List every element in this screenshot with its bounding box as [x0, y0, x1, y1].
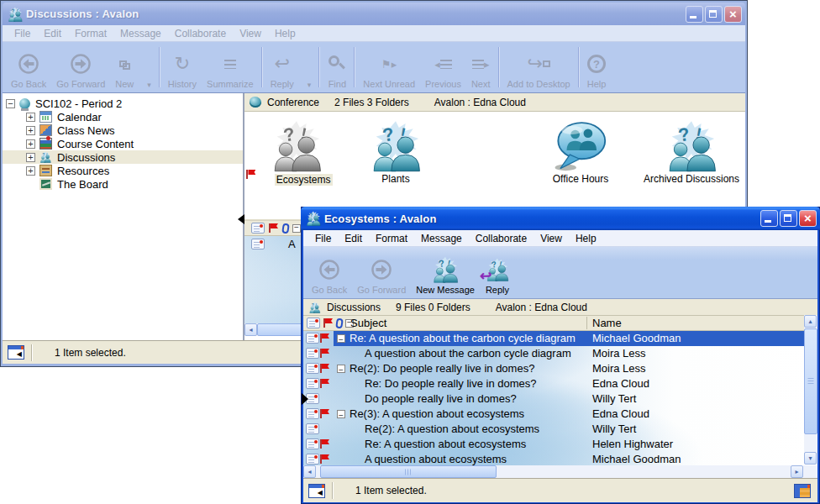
flag-arrow-icon: ⚑▸: [381, 58, 397, 71]
history-button[interactable]: ↻ History: [163, 44, 202, 91]
menu-collaborate[interactable]: Collaborate: [168, 27, 233, 40]
menu-file[interactable]: File: [308, 232, 338, 245]
scroll-up-button[interactable]: ▴: [804, 315, 817, 328]
conference-office-hours[interactable]: Office Hours: [534, 120, 627, 185]
splitter-collapse-arrow[interactable]: [302, 393, 308, 405]
tree-item-resources[interactable]: Resources: [3, 164, 243, 177]
tree-item-class-news[interactable]: Class News: [3, 123, 243, 137]
summarize-button[interactable]: Summarize: [202, 44, 259, 91]
go-forward-button[interactable]: Go Forward: [51, 44, 110, 91]
help-button[interactable]: ? Help: [582, 44, 612, 91]
scrollbar-thumb[interactable]: [804, 328, 817, 434]
minimize-button[interactable]: [760, 210, 778, 227]
scroll-left-button[interactable]: ◂: [244, 323, 257, 336]
tree-item-calendar[interactable]: Calendar: [3, 110, 243, 123]
message-row[interactable]: A question about ecosystems Michael Good…: [303, 452, 817, 465]
maximize-button[interactable]: [780, 210, 797, 227]
expand-toggle[interactable]: [26, 126, 35, 135]
panel-toggle-icon[interactable]: [308, 484, 325, 498]
menu-edit[interactable]: Edit: [37, 27, 68, 40]
close-button[interactable]: [799, 210, 817, 227]
message-row[interactable]: Do people really live in domes? Willy Te…: [303, 391, 817, 407]
expand-toggle[interactable]: [26, 113, 35, 122]
subject-column-label[interactable]: Subject: [350, 317, 386, 329]
collapse-toggle[interactable]: [337, 334, 345, 343]
menu-message[interactable]: Message: [414, 232, 469, 245]
menu-format[interactable]: Format: [369, 232, 414, 245]
conference-plants[interactable]: Plants: [350, 120, 442, 185]
menu-message[interactable]: Message: [113, 27, 168, 40]
conference-header: Conference 2 Files 3 Folders Avalon : Ed…: [244, 93, 745, 112]
expand-toggle[interactable]: [26, 139, 35, 149]
conference-icon-view: Ecosystems Plants Office Hours Archived …: [244, 112, 745, 213]
message-row[interactable]: A question about the carbon cycle diagra…: [303, 346, 817, 361]
collapse-toggle[interactable]: [6, 99, 15, 108]
expand-toggle[interactable]: [26, 153, 35, 162]
conference-ecosystems[interactable]: Ecosystems: [255, 120, 339, 186]
menu-view[interactable]: View: [534, 232, 569, 245]
new-message-button[interactable]: New Message: [411, 249, 480, 297]
message-row[interactable]: Re(2): Do people really live in domes? M…: [303, 361, 817, 376]
menu-view[interactable]: View: [233, 27, 268, 40]
previous-button[interactable]: ◂ Previous: [420, 44, 466, 91]
new-dropdown[interactable]: ▾: [139, 44, 156, 91]
tree-root[interactable]: SCI102 - Period 2: [3, 97, 243, 110]
resources-icon: [39, 165, 52, 176]
chevron-down-icon: ▾: [147, 81, 151, 89]
message-row[interactable]: Re: A question about ecosystems Helen Hi…: [303, 437, 817, 452]
menu-collaborate[interactable]: Collaborate: [469, 232, 534, 245]
find-button[interactable]: Find: [323, 44, 351, 91]
go-back-button[interactable]: Go Back: [6, 44, 51, 91]
scroll-down-button[interactable]: ▾: [804, 452, 817, 465]
minimize-button[interactable]: [686, 6, 703, 23]
name-column-label[interactable]: Name: [592, 317, 622, 329]
vertical-scrollbar[interactable]: ▴ ▾: [804, 315, 817, 465]
collapse-toggle[interactable]: [337, 365, 345, 373]
reply-button[interactable]: ↩ Reply: [480, 249, 515, 297]
add-to-desktop-button[interactable]: ↪ Add to Desktop: [502, 44, 576, 91]
tree-item-discussions[interactable]: Discussions: [3, 150, 243, 164]
reply-button[interactable]: ↩ Reply: [265, 44, 299, 91]
discussions-icon: [39, 151, 52, 163]
menu-help[interactable]: Help: [268, 27, 302, 40]
tree-item-course-content[interactable]: Course Content: [3, 137, 243, 150]
go-back-button[interactable]: Go Back: [307, 249, 352, 297]
titlebar[interactable]: Ecosystems : Avalon: [301, 207, 820, 230]
scroll-left-button[interactable]: ◂: [303, 465, 316, 478]
view-toggle-icon[interactable]: [794, 484, 811, 498]
reply-dropdown[interactable]: ▾: [299, 44, 317, 91]
close-button[interactable]: [724, 6, 742, 23]
titlebar[interactable]: Discussions : Avalon: [3, 3, 745, 25]
splitter-collapse-arrow[interactable]: [238, 214, 244, 224]
maximize-button[interactable]: [705, 6, 723, 23]
tree-item-the-board[interactable]: The Board: [3, 177, 243, 191]
collapse-all-icon[interactable]: [292, 224, 301, 233]
horizontal-scrollbar[interactable]: ◂ ▸: [303, 465, 817, 478]
go-forward-button[interactable]: Go Forward: [352, 249, 411, 297]
window-title: Ecosystems : Avalon: [324, 213, 760, 225]
column-divider[interactable]: [586, 317, 587, 329]
panel-toggle-icon[interactable]: [8, 345, 24, 360]
message-row[interactable]: Re: Do people really live in domes? Edna…: [303, 376, 817, 391]
expand-toggle[interactable]: [26, 166, 35, 176]
menu-file[interactable]: File: [8, 27, 37, 40]
message-row[interactable]: Re: A question about the carbon cycle di…: [303, 331, 817, 346]
discussions-header: Discussions 9 Files 0 Folders Avalon : E…: [303, 298, 817, 316]
next-button[interactable]: ▸ Next: [466, 44, 496, 91]
new-button[interactable]: New: [110, 44, 139, 91]
menu-help[interactable]: Help: [569, 232, 603, 245]
next-unread-button[interactable]: ⚑▸ Next Unread: [358, 44, 420, 91]
scrollbar-thumb[interactable]: [320, 465, 497, 478]
menu-format[interactable]: Format: [68, 27, 113, 40]
scroll-right-button[interactable]: ▸: [791, 465, 803, 478]
conference-archived-discussions[interactable]: Archived Discussions: [638, 120, 745, 185]
back-arrow-icon: [318, 259, 340, 281]
collapse-toggle[interactable]: [337, 410, 345, 418]
message-icon: [306, 378, 319, 389]
menu-edit[interactable]: Edit: [338, 232, 369, 245]
message-icon: [307, 318, 320, 328]
flag-icon: [268, 223, 279, 234]
message-row[interactable]: Re(3): A question about ecosystems Edna …: [303, 407, 817, 422]
calendar-icon: [39, 111, 52, 123]
message-row[interactable]: Re(2): A question about ecosystems Willy…: [303, 422, 817, 437]
